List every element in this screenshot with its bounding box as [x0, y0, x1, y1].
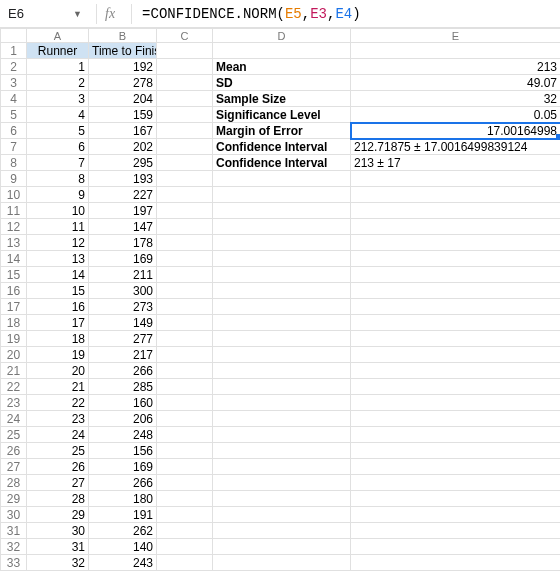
cell[interactable]: 248 — [89, 427, 157, 443]
row-header[interactable]: 25 — [1, 427, 27, 443]
cell[interactable] — [351, 539, 561, 555]
row-header[interactable]: 11 — [1, 203, 27, 219]
cell[interactable]: 28 — [27, 491, 89, 507]
cell[interactable] — [157, 411, 213, 427]
row-header[interactable]: 4 — [1, 91, 27, 107]
row-header[interactable]: 5 — [1, 107, 27, 123]
cell[interactable] — [157, 235, 213, 251]
cell[interactable]: 9 — [27, 187, 89, 203]
cell[interactable] — [351, 411, 561, 427]
cell[interactable] — [213, 187, 351, 203]
col-header-D[interactable]: D — [213, 29, 351, 43]
row-header[interactable]: 30 — [1, 507, 27, 523]
cell[interactable]: Runner — [27, 43, 89, 59]
cell[interactable] — [213, 363, 351, 379]
name-box[interactable]: E6 ▼ — [0, 0, 90, 27]
cell[interactable]: 25 — [27, 443, 89, 459]
cell[interactable]: 3 — [27, 91, 89, 107]
cell[interactable] — [213, 347, 351, 363]
cell[interactable]: 32 — [27, 555, 89, 571]
col-header-A[interactable]: A — [27, 29, 89, 43]
cell[interactable] — [213, 459, 351, 475]
cell[interactable] — [157, 267, 213, 283]
cell[interactable] — [351, 235, 561, 251]
cell[interactable] — [213, 507, 351, 523]
cell[interactable]: 149 — [89, 315, 157, 331]
cell[interactable]: 277 — [89, 331, 157, 347]
row-header[interactable]: 27 — [1, 459, 27, 475]
cell[interactable]: 159 — [89, 107, 157, 123]
row-header[interactable]: 10 — [1, 187, 27, 203]
cell[interactable]: 285 — [89, 379, 157, 395]
cell[interactable]: 17.00164998 — [351, 123, 561, 139]
cell[interactable]: 202 — [89, 139, 157, 155]
row-header[interactable]: 7 — [1, 139, 27, 155]
row-header[interactable]: 32 — [1, 539, 27, 555]
cell[interactable]: 16 — [27, 299, 89, 315]
cell[interactable]: 243 — [89, 555, 157, 571]
row-header[interactable]: 22 — [1, 379, 27, 395]
cell[interactable]: 217 — [89, 347, 157, 363]
row-header[interactable]: 13 — [1, 235, 27, 251]
row-header[interactable]: 23 — [1, 395, 27, 411]
cell[interactable]: 167 — [89, 123, 157, 139]
cell[interactable] — [157, 283, 213, 299]
cell[interactable]: 169 — [89, 251, 157, 267]
col-header-B[interactable]: B — [89, 29, 157, 43]
cell[interactable] — [351, 459, 561, 475]
cell[interactable] — [351, 395, 561, 411]
cell[interactable] — [351, 43, 561, 59]
cell[interactable] — [157, 475, 213, 491]
cell[interactable]: 140 — [89, 539, 157, 555]
cell[interactable] — [213, 315, 351, 331]
row-header[interactable]: 24 — [1, 411, 27, 427]
cell[interactable]: 10 — [27, 203, 89, 219]
row-header[interactable]: 15 — [1, 267, 27, 283]
cell[interactable] — [351, 523, 561, 539]
cell[interactable] — [213, 523, 351, 539]
cell[interactable]: 24 — [27, 427, 89, 443]
cell[interactable] — [351, 491, 561, 507]
cell[interactable] — [351, 475, 561, 491]
row-header[interactable]: 8 — [1, 155, 27, 171]
cell[interactable] — [351, 555, 561, 571]
cell[interactable]: 147 — [89, 219, 157, 235]
cell[interactable]: 20 — [27, 363, 89, 379]
formula-input[interactable]: =CONFIDENCE.NORM(E5,E3,E4) — [138, 6, 560, 22]
cell[interactable] — [351, 219, 561, 235]
cell[interactable]: 2 — [27, 75, 89, 91]
cell[interactable]: 14 — [27, 267, 89, 283]
cell[interactable]: 197 — [89, 203, 157, 219]
cell[interactable] — [213, 475, 351, 491]
cell[interactable] — [157, 187, 213, 203]
cell[interactable] — [351, 507, 561, 523]
cell[interactable] — [157, 363, 213, 379]
row-header[interactable]: 12 — [1, 219, 27, 235]
cell[interactable] — [157, 427, 213, 443]
cell[interactable]: 6 — [27, 139, 89, 155]
cell[interactable] — [157, 523, 213, 539]
cell[interactable]: 30 — [27, 523, 89, 539]
chevron-down-icon[interactable]: ▼ — [73, 9, 82, 19]
cell[interactable]: Sample Size — [213, 91, 351, 107]
row-header[interactable]: 29 — [1, 491, 27, 507]
cell[interactable] — [213, 235, 351, 251]
cell[interactable]: 0.05 — [351, 107, 561, 123]
cell[interactable]: 31 — [27, 539, 89, 555]
cell[interactable]: 8 — [27, 171, 89, 187]
cell[interactable] — [157, 299, 213, 315]
cell[interactable] — [157, 171, 213, 187]
cell[interactable] — [351, 187, 561, 203]
cell[interactable] — [213, 395, 351, 411]
cell[interactable]: 266 — [89, 363, 157, 379]
cell[interactable] — [157, 555, 213, 571]
row-header[interactable]: 2 — [1, 59, 27, 75]
cell[interactable] — [213, 491, 351, 507]
cell[interactable]: 26 — [27, 459, 89, 475]
cell[interactable]: 295 — [89, 155, 157, 171]
cell[interactable] — [157, 315, 213, 331]
row-header[interactable]: 9 — [1, 171, 27, 187]
cell[interactable] — [157, 155, 213, 171]
cell[interactable]: Significance Level — [213, 107, 351, 123]
cell[interactable] — [351, 251, 561, 267]
